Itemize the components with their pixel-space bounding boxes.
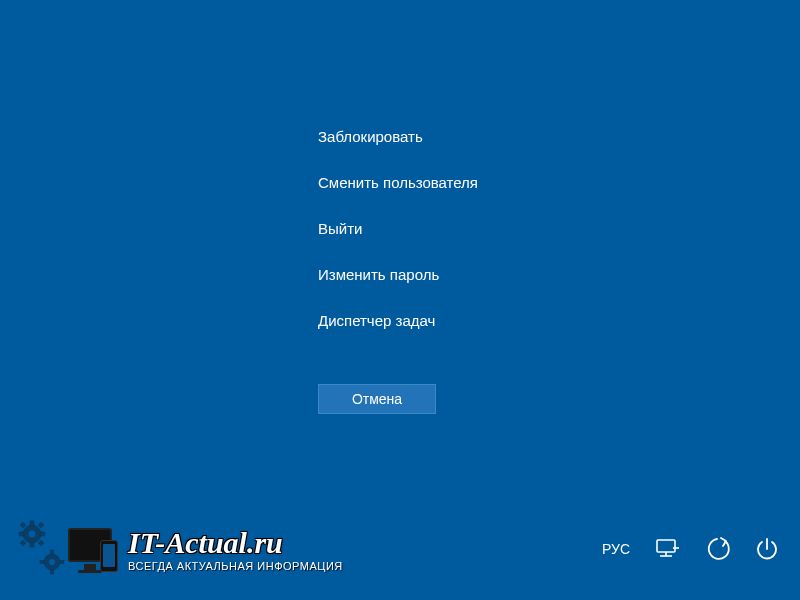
devices-icon xyxy=(62,526,122,574)
change-password-option[interactable]: Изменить пароль xyxy=(318,266,478,283)
watermark-title: IT-Actual.ru xyxy=(128,528,343,558)
svg-rect-12 xyxy=(51,550,54,554)
svg-rect-3 xyxy=(30,542,34,547)
bottom-right-controls: РУС xyxy=(602,536,780,562)
language-indicator[interactable]: РУС xyxy=(602,541,630,557)
lock-option[interactable]: Заблокировать xyxy=(318,128,478,145)
switch-user-option[interactable]: Сменить пользователя xyxy=(318,174,478,191)
sign-out-option[interactable]: Выйти xyxy=(318,220,478,237)
svg-point-11 xyxy=(49,559,56,566)
svg-rect-6 xyxy=(20,522,26,528)
network-icon[interactable] xyxy=(654,538,680,560)
svg-rect-4 xyxy=(19,532,24,536)
ease-of-access-icon[interactable] xyxy=(704,536,730,562)
svg-rect-5 xyxy=(40,532,45,536)
cancel-button[interactable]: Отмена xyxy=(318,384,436,414)
site-watermark: IT-Actual.ru ВСЕГДА АКТУАЛЬНАЯ ИНФОРМАЦИ… xyxy=(18,520,343,580)
svg-rect-8 xyxy=(20,540,26,546)
svg-rect-14 xyxy=(40,561,44,564)
svg-rect-13 xyxy=(51,570,54,574)
svg-rect-9 xyxy=(38,540,44,546)
security-options-menu: Заблокировать Сменить пользователя Выйти… xyxy=(318,128,478,358)
task-manager-option[interactable]: Диспетчер задач xyxy=(318,312,478,329)
svg-rect-2 xyxy=(30,521,34,526)
svg-rect-7 xyxy=(38,522,44,528)
svg-rect-16 xyxy=(657,540,675,552)
svg-point-1 xyxy=(28,530,36,538)
watermark-subtitle: ВСЕГДА АКТУАЛЬНАЯ ИНФОРМАЦИЯ xyxy=(128,560,343,572)
power-icon[interactable] xyxy=(754,536,780,562)
gear-icon xyxy=(18,520,68,580)
